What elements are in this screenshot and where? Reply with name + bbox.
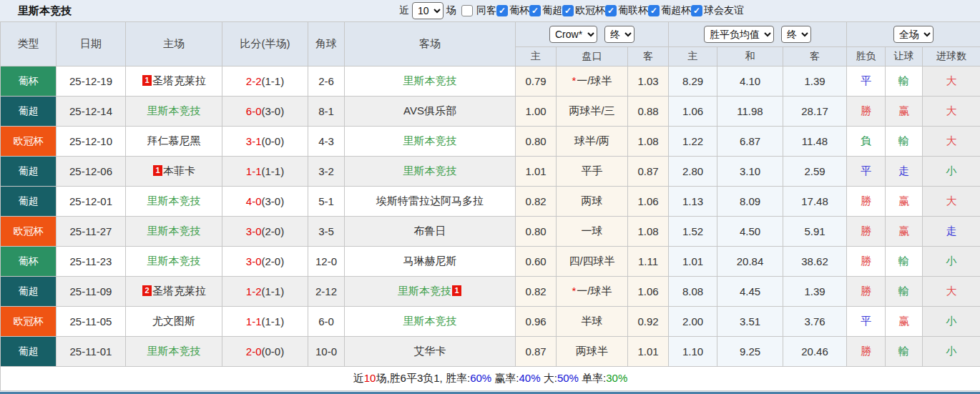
competition-badge: 欧冠杯 bbox=[1, 217, 57, 247]
odds-home-cell: 0.80 bbox=[516, 127, 557, 157]
home-team-name[interactable]: 里斯本竞技 bbox=[147, 345, 201, 357]
fulltime-score: 4-0 bbox=[246, 195, 262, 207]
corners-cell: 6-0 bbox=[308, 307, 345, 337]
home-team-name[interactable]: 里斯本竞技 bbox=[147, 225, 201, 237]
odds-state-select[interactable]: 终 bbox=[604, 26, 634, 43]
avg-away-cell: 38.62 bbox=[783, 247, 847, 277]
match-row: 葡超 25-12-06 1本菲卡 1-1(1-1) 3-2 里斯本竞技 1.01… bbox=[1, 157, 980, 187]
handicap-line-cell: 平手 bbox=[557, 157, 628, 187]
home-team-cell: 里斯本竞技 bbox=[126, 97, 222, 127]
result-wl-cell: 勝 bbox=[847, 247, 886, 277]
home-team-name[interactable]: 里斯本竞技 bbox=[147, 255, 201, 267]
home-team-name[interactable]: 拜仁慕尼黑 bbox=[147, 134, 201, 147]
corners-cell: 10-0 bbox=[308, 337, 345, 367]
match-date: 25-12-01 bbox=[57, 187, 126, 217]
scope-select[interactable]: 全场 bbox=[893, 26, 934, 43]
home-team-name[interactable]: 里斯本竞技 bbox=[147, 194, 201, 207]
checkbox[interactable]: ✓ bbox=[648, 5, 660, 16]
filter-controls: 近 10 场 同客 ✓ 葡杯 ✓ 葡超 ✓ 欧冠杯 ✓ 葡联杯 ✓ 葡超杯 ✓ … bbox=[399, 2, 744, 19]
avg-home-cell: 8.08 bbox=[669, 277, 717, 307]
col-avg-away: 客 bbox=[783, 47, 847, 67]
result-goals-cell: 小 bbox=[923, 157, 980, 187]
avg-type-select[interactable]: 胜平负均值 bbox=[704, 26, 774, 43]
avg-state-select[interactable]: 终 bbox=[781, 26, 811, 43]
away-team-name[interactable]: 里斯本竞技 bbox=[403, 164, 457, 177]
checkbox[interactable] bbox=[461, 5, 473, 16]
result-wl-cell: 平 bbox=[847, 307, 886, 337]
odds-away-cell: 1.01 bbox=[628, 337, 669, 367]
home-team-name[interactable]: 尤文图斯 bbox=[152, 315, 195, 327]
checkbox[interactable]: ✓ bbox=[605, 5, 617, 16]
away-team-name[interactable]: 里斯本竞技 bbox=[403, 134, 457, 147]
corners-cell: 3-2 bbox=[308, 157, 345, 187]
avg-away-cell: 17.48 bbox=[783, 187, 847, 217]
league-filter: ✓ 欧冠杯 bbox=[562, 4, 605, 17]
league-filter: ✓ 葡杯 bbox=[496, 4, 529, 17]
corners-cell: 3-5 bbox=[308, 217, 345, 247]
avg-home-cell: 1.06 bbox=[669, 97, 717, 127]
handicap-line-cell: 两球半/三 bbox=[557, 97, 628, 127]
page-title: 里斯本竞技 bbox=[0, 4, 72, 18]
result-wl-cell: 勝 bbox=[847, 187, 886, 217]
away-team-name[interactable]: AVS俱乐部 bbox=[403, 104, 456, 117]
away-team-name[interactable]: 马琳赫尼斯 bbox=[403, 255, 457, 267]
away-team-name[interactable]: 布鲁日 bbox=[414, 225, 446, 237]
home-team-cell: 2圣塔克莱拉 bbox=[126, 277, 222, 307]
handicap-line: 半球 bbox=[582, 315, 603, 327]
score-cell: 1-2(1-1) bbox=[222, 277, 308, 307]
halftime-score: (1-1) bbox=[262, 165, 285, 177]
checkbox[interactable]: ✓ bbox=[562, 5, 574, 16]
home-team-name[interactable]: 本菲卡 bbox=[163, 164, 195, 177]
avg-home-cell: 1.22 bbox=[669, 127, 717, 157]
match-row: 葡超 25-12-01 里斯本竞技 4-0(3-0) 5-1 埃斯特雷拉达阿马多… bbox=[1, 187, 980, 217]
handicap-line: 两球半/三 bbox=[569, 104, 614, 117]
match-row: 葡超 25-11-09 2圣塔克莱拉 1-2(1-1) 2-12 里斯本竞技1 … bbox=[1, 277, 980, 307]
result-wl-cell: 勝 bbox=[847, 337, 886, 367]
checkbox[interactable]: ✓ bbox=[691, 5, 702, 16]
halftime-score: (2-0) bbox=[262, 225, 285, 237]
col-avg-home: 主 bbox=[669, 47, 717, 67]
result-wl-cell: 勝 bbox=[847, 97, 886, 127]
result-handicap-cell: 輸 bbox=[886, 127, 923, 157]
checkbox[interactable]: ✓ bbox=[529, 5, 541, 16]
home-rank-badge: 1 bbox=[153, 165, 162, 176]
handicap-line-cell: 半球 bbox=[557, 307, 628, 337]
match-date: 25-12-10 bbox=[57, 127, 126, 157]
home-team-name[interactable]: 圣塔克莱拉 bbox=[152, 74, 206, 87]
league-filter: ✓ 葡超杯 bbox=[648, 4, 691, 17]
away-team-name[interactable]: 埃斯特雷拉达阿马多拉 bbox=[376, 194, 484, 207]
halftime-score: (0-0) bbox=[262, 135, 285, 147]
checkbox-label: 葡超 bbox=[542, 4, 562, 17]
away-team-name[interactable]: 里斯本竞技 bbox=[398, 285, 451, 297]
avg-draw-cell: 4.45 bbox=[717, 277, 783, 307]
home-team-cell: 1本菲卡 bbox=[126, 157, 222, 187]
avg-away-cell: 28.17 bbox=[783, 97, 847, 127]
avg-away-cell: 1.39 bbox=[783, 67, 847, 97]
handicap-star: * bbox=[572, 285, 576, 297]
checkbox[interactable]: ✓ bbox=[496, 5, 508, 16]
odds-home-cell: 0.96 bbox=[516, 307, 557, 337]
near-label: 近 bbox=[399, 4, 409, 17]
handicap-line-cell: 一球 bbox=[557, 217, 628, 247]
away-team-name[interactable]: 里斯本竞技 bbox=[403, 74, 457, 87]
avg-draw-cell: 11.98 bbox=[717, 97, 783, 127]
result-goals-cell: 大 bbox=[923, 97, 980, 127]
away-team-name[interactable]: 里斯本竞技 bbox=[403, 315, 457, 327]
summary-segment: 10 bbox=[364, 372, 376, 384]
score-cell: 6-0(3-0) bbox=[222, 97, 308, 127]
result-wl-cell: 負 bbox=[847, 127, 886, 157]
match-row: 葡杯 25-11-23 里斯本竞技 3-0(2-0) 12-0 马琳赫尼斯 0.… bbox=[1, 247, 980, 277]
home-team-name[interactable]: 里斯本竞技 bbox=[147, 104, 201, 117]
home-team-cell: 里斯本竞技 bbox=[126, 247, 222, 277]
match-row: 葡超 25-11-01 里斯本竞技 2-0(0-0) 10-0 艾华卡 0.87… bbox=[1, 337, 980, 367]
summary-segment: 50% bbox=[557, 372, 579, 384]
match-date: 25-12-19 bbox=[57, 67, 126, 97]
fulltime-score: 3-1 bbox=[246, 135, 262, 147]
away-team-name[interactable]: 艾华卡 bbox=[414, 345, 446, 357]
home-team-cell: 拜仁慕尼黑 bbox=[126, 127, 222, 157]
odds-company-select[interactable]: Crow* bbox=[549, 26, 597, 43]
recent-count-select[interactable]: 10 bbox=[412, 2, 444, 19]
avg-draw-cell: 8.09 bbox=[717, 187, 783, 217]
home-team-name[interactable]: 圣塔克莱拉 bbox=[152, 285, 206, 297]
col-odds-line: 盘口 bbox=[557, 47, 628, 67]
